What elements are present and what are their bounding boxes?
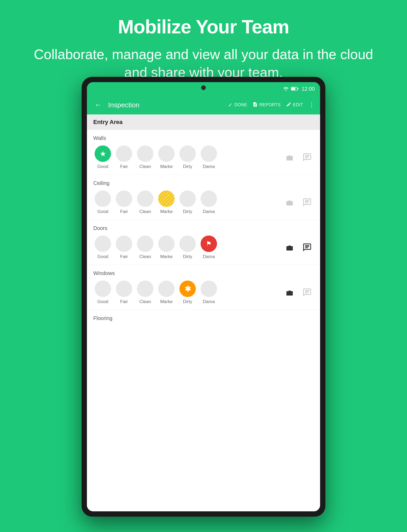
rating-circle-damaged-ceiling[interactable] bbox=[201, 190, 217, 207]
rating-circle-clean-ceiling[interactable] bbox=[137, 190, 153, 207]
rating-circle-fair[interactable] bbox=[116, 145, 132, 162]
rating-option-dirty-ceiling[interactable]: Dirty bbox=[178, 190, 197, 214]
flag-icon-doors: ⚑ bbox=[206, 240, 212, 247]
rating-option-fair-doors[interactable]: Fair bbox=[114, 236, 134, 259]
rating-option-fair-windows[interactable]: Fair bbox=[114, 281, 134, 304]
rating-circle-clean-windows[interactable] bbox=[137, 281, 153, 297]
item-actions-doors bbox=[283, 241, 314, 254]
done-button[interactable]: ✓ DONE bbox=[228, 102, 247, 108]
rating-label-marked-windows: Marke bbox=[160, 299, 172, 304]
rating-label-fair-ceiling: Fair bbox=[120, 209, 128, 214]
note-button-ceiling[interactable] bbox=[300, 196, 314, 209]
rating-option-dirty[interactable]: Dirty bbox=[178, 145, 197, 169]
note-icon-windows bbox=[302, 288, 312, 297]
page-title: Mobilize Your Team bbox=[26, 16, 381, 38]
rating-option-damaged-doors[interactable]: ⚑ Dama bbox=[199, 236, 218, 259]
rating-label-damaged: Dama bbox=[203, 164, 215, 169]
rating-circle-damaged-doors[interactable]: ⚑ bbox=[201, 236, 217, 252]
rating-option-clean-windows[interactable]: Clean bbox=[136, 281, 155, 304]
rating-label-good-ceiling: Good bbox=[97, 209, 108, 214]
rating-option-good-ceiling[interactable]: Good bbox=[93, 190, 112, 214]
note-icon-doors bbox=[302, 243, 312, 252]
rating-label-dirty-windows: Dirty bbox=[183, 299, 192, 304]
item-actions-ceiling bbox=[283, 196, 314, 209]
rating-circle-fair-ceiling[interactable] bbox=[116, 190, 132, 207]
item-label-flooring: Flooring bbox=[93, 315, 314, 321]
camera-icon-doors bbox=[285, 243, 294, 252]
rating-circle-fair-doors[interactable] bbox=[116, 236, 132, 252]
item-label-ceiling: Ceiling bbox=[93, 180, 314, 186]
rating-option-marked-ceiling[interactable]: Marke bbox=[157, 190, 176, 214]
rating-circle-good[interactable]: ★ bbox=[95, 145, 111, 162]
rating-option-dirty-doors[interactable]: Dirty bbox=[178, 236, 197, 259]
tablet-outer: 12:00 ← Inspection ✓ DONE REPORTS bbox=[82, 77, 325, 517]
page-subtitle: Collaborate, manage and view all your da… bbox=[26, 46, 381, 81]
reports-button[interactable]: REPORTS bbox=[253, 102, 281, 108]
rating-option-clean-ceiling[interactable]: Clean bbox=[136, 190, 155, 214]
inspection-item-flooring: Flooring bbox=[87, 310, 320, 331]
reports-icon bbox=[253, 102, 258, 108]
camera-button-doors[interactable] bbox=[283, 241, 296, 254]
note-button-windows[interactable] bbox=[300, 286, 314, 299]
more-button[interactable]: ⋮ bbox=[308, 101, 315, 109]
rating-circle-dirty[interactable] bbox=[179, 145, 196, 162]
rating-option-good-doors[interactable]: Good bbox=[93, 236, 112, 259]
rating-option-damaged[interactable]: Dama bbox=[199, 145, 218, 169]
rating-option-clean[interactable]: Clean bbox=[136, 145, 155, 169]
rating-circle-good-windows[interactable] bbox=[95, 281, 111, 297]
rating-option-damaged-ceiling[interactable]: Dama bbox=[199, 190, 218, 214]
item-row-ceiling: Good Fair Clean bbox=[93, 190, 314, 214]
rating-option-marked[interactable]: Marke bbox=[157, 145, 176, 169]
tablet-device: 12:00 ← Inspection ✓ DONE REPORTS bbox=[82, 77, 325, 517]
item-actions-windows bbox=[283, 286, 314, 299]
note-button-doors[interactable] bbox=[300, 241, 314, 254]
rating-option-fair-ceiling[interactable]: Fair bbox=[114, 190, 134, 214]
camera-button-walls[interactable] bbox=[283, 151, 296, 164]
rating-label-fair-doors: Fair bbox=[120, 254, 128, 259]
reports-label: REPORTS bbox=[259, 103, 281, 107]
note-button-walls[interactable] bbox=[300, 151, 314, 164]
rating-circle-damaged-windows[interactable] bbox=[201, 281, 217, 297]
rating-label-damaged-ceiling: Dama bbox=[203, 209, 215, 214]
done-label: DONE bbox=[235, 103, 247, 107]
rating-circle-marked-windows[interactable] bbox=[158, 281, 175, 297]
rating-circle-good-doors[interactable] bbox=[95, 236, 111, 252]
rating-circle-marked-doors[interactable] bbox=[158, 236, 175, 252]
camera-button-ceiling[interactable] bbox=[283, 196, 296, 209]
rating-option-dirty-windows[interactable]: ✱ Dirty bbox=[178, 281, 197, 304]
item-label-walls: Walls bbox=[93, 135, 314, 141]
inspection-item-doors: Doors Good Fair bbox=[87, 220, 320, 265]
rating-option-damaged-windows[interactable]: Dama bbox=[199, 281, 218, 304]
rating-circle-fair-windows[interactable] bbox=[116, 281, 132, 297]
rating-circle-marked-ceiling[interactable] bbox=[158, 190, 175, 207]
rating-options-ceiling: Good Fair Clean bbox=[93, 190, 218, 214]
rating-circle-clean[interactable] bbox=[137, 145, 153, 162]
rating-circle-dirty-ceiling[interactable] bbox=[179, 190, 196, 207]
rating-label-marked-ceiling: Marke bbox=[160, 209, 172, 214]
inspection-item-ceiling: Ceiling Good Fair bbox=[87, 175, 320, 220]
camera-lens bbox=[201, 85, 206, 90]
rating-option-fair[interactable]: Fair bbox=[114, 145, 134, 169]
rating-circle-good-ceiling[interactable] bbox=[95, 190, 111, 207]
rating-circle-damaged[interactable] bbox=[201, 145, 217, 162]
rating-option-good[interactable]: ★ Good bbox=[93, 145, 112, 169]
back-button[interactable]: ← bbox=[92, 99, 104, 111]
rating-option-good-windows[interactable]: Good bbox=[93, 281, 112, 304]
rating-label-damaged-windows: Dama bbox=[203, 299, 215, 304]
camera-button-windows[interactable] bbox=[283, 286, 296, 299]
rating-circle-marked[interactable] bbox=[158, 145, 175, 162]
rating-circle-dirty-doors[interactable] bbox=[179, 236, 196, 252]
status-time: 12:00 bbox=[302, 86, 315, 92]
battery-icon bbox=[291, 87, 298, 91]
rating-label-clean-windows: Clean bbox=[139, 299, 151, 304]
rating-option-clean-doors[interactable]: Clean bbox=[136, 236, 155, 259]
rating-circle-clean-doors[interactable] bbox=[137, 236, 153, 252]
rating-options-walls: ★ Good Fair bbox=[93, 145, 218, 169]
section-header: Entry Area bbox=[87, 114, 320, 130]
rating-circle-dirty-windows[interactable]: ✱ bbox=[179, 281, 196, 297]
rating-option-marked-windows[interactable]: Marke bbox=[157, 281, 176, 304]
svg-rect-2 bbox=[298, 88, 298, 90]
rating-option-marked-doors[interactable]: Marke bbox=[157, 236, 176, 259]
rating-label-clean-doors: Clean bbox=[139, 254, 151, 259]
edit-button[interactable]: EDIT bbox=[286, 102, 303, 108]
